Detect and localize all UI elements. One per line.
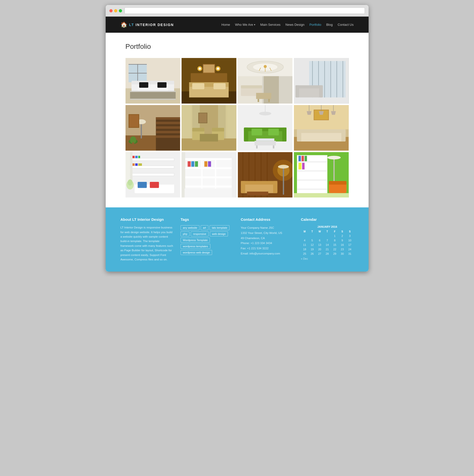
calendar-day[interactable]: 8 — [331, 238, 338, 243]
svg-rect-90 — [268, 129, 279, 135]
svg-rect-169 — [298, 156, 301, 161]
calendar-day[interactable]: 2 — [339, 234, 346, 238]
calendar-day[interactable]: 25 — [301, 252, 308, 256]
calendar-day[interactable]: 27 — [316, 252, 323, 256]
portfolio-item-8[interactable] — [294, 105, 349, 151]
tag-art[interactable]: art — [201, 225, 208, 230]
footer-contact-title: Contact Address — [241, 217, 294, 222]
cal-header-s1: S — [339, 229, 346, 234]
portfolio-item-6[interactable] — [182, 105, 236, 151]
calendar-day[interactable]: 14 — [323, 243, 331, 247]
calendar-prev-month[interactable]: « Dec — [301, 257, 308, 260]
tag-php[interactable]: php — [181, 231, 190, 236]
calendar-day[interactable]: 13 — [316, 243, 323, 247]
close-button[interactable] — [109, 9, 113, 12]
svg-rect-50 — [343, 61, 343, 97]
nav-home[interactable]: Home — [221, 23, 230, 27]
tag-web-design[interactable]: web design — [210, 231, 228, 236]
svg-rect-77 — [192, 128, 204, 132]
svg-rect-167 — [297, 179, 327, 181]
room-image-1 — [126, 58, 180, 104]
footer-about-text: LT Interior Design is responsive busines… — [121, 225, 173, 262]
portfolio-item-3[interactable] — [238, 58, 293, 104]
svg-rect-160 — [273, 181, 277, 193]
calendar-day[interactable]: 3 — [346, 234, 353, 238]
address-bar[interactable] — [125, 7, 365, 14]
nav-blog[interactable]: Blog — [326, 23, 333, 27]
calendar-day[interactable]: 26 — [308, 252, 316, 256]
portfolio-item-9[interactable] — [126, 152, 180, 198]
svg-rect-49 — [337, 61, 337, 97]
svg-rect-42 — [268, 99, 270, 102]
calendar-day[interactable]: 10 — [346, 238, 353, 243]
calendar-day[interactable]: 22 — [331, 247, 338, 252]
tag-responsive[interactable]: responsive — [191, 231, 208, 236]
portfolio-item-2[interactable] — [182, 58, 236, 104]
calendar-day[interactable]: 4 — [301, 238, 308, 243]
calendar-day[interactable]: 29 — [331, 252, 338, 256]
tag-any-website[interactable]: any website — [181, 225, 199, 230]
nav-news-design[interactable]: News Design — [285, 23, 305, 27]
nav-contact-us[interactable]: Contact Us — [338, 23, 353, 27]
svg-rect-54 — [319, 85, 323, 97]
svg-rect-109 — [297, 129, 346, 133]
portfolio-item-5[interactable] — [126, 105, 180, 151]
site-wrapper: 🏠 LT INTERIOR DESIGN Home Who We Are ▾ M… — [106, 17, 369, 272]
calendar-day[interactable]: 31 — [346, 252, 353, 256]
nav-who-we-are[interactable]: Who We Are ▾ — [235, 23, 255, 27]
calendar-day[interactable]: 16 — [339, 243, 346, 247]
site-logo[interactable]: 🏠 LT INTERIOR DESIGN — [121, 22, 174, 28]
calendar-day[interactable]: 19 — [308, 247, 316, 252]
footer-fax: Fax: +1 221 534 3222 — [241, 246, 294, 251]
portfolio-item-12[interactable] — [294, 152, 349, 198]
cal-header-w: W — [316, 229, 323, 234]
svg-rect-86 — [244, 127, 286, 131]
calendar-day[interactable]: 24 — [346, 247, 353, 252]
svg-rect-118 — [135, 156, 138, 158]
calendar-day[interactable]: 9 — [339, 238, 346, 243]
svg-rect-122 — [138, 163, 142, 166]
portfolio-item-1[interactable] — [126, 58, 180, 104]
tag-wordpress-template[interactable]: Wordpress Template — [181, 238, 210, 243]
calendar-day[interactable]: 15 — [331, 243, 338, 247]
portfolio-item-10[interactable] — [182, 152, 236, 198]
calendar-day[interactable]: 7 — [323, 238, 331, 243]
svg-rect-134 — [185, 167, 232, 169]
tag-wordpress-web-design[interactable]: wordpress web design — [181, 250, 212, 255]
calendar-month-year: JANUARY 2016 — [301, 225, 354, 228]
calendar-day[interactable]: 17 — [346, 243, 353, 247]
calendar-day[interactable]: 11 — [301, 243, 308, 247]
calendar-day[interactable]: 21 — [323, 247, 331, 252]
portfolio-item-11[interactable] — [238, 152, 293, 198]
calendar-day[interactable]: 20 — [316, 247, 323, 252]
svg-rect-94 — [256, 139, 274, 141]
portfolio-item-7[interactable] — [238, 105, 293, 151]
calendar-day[interactable]: 23 — [339, 247, 346, 252]
room-image-12 — [294, 152, 349, 198]
calendar-day[interactable]: 1 — [331, 234, 338, 238]
nav-portfolio[interactable]: Portfolio — [309, 23, 321, 27]
calendar-day[interactable]: 28 — [323, 252, 331, 256]
maximize-button[interactable] — [119, 9, 122, 12]
svg-rect-91 — [254, 141, 276, 145]
svg-rect-5 — [137, 64, 138, 83]
page-title: Portfolio — [126, 43, 349, 51]
svg-rect-159 — [241, 181, 245, 193]
footer-email: Email: info@yourcompany.com — [241, 251, 294, 256]
nav-main-services[interactable]: Main Services — [260, 23, 281, 27]
calendar-day[interactable]: 18 — [301, 247, 308, 252]
svg-rect-61 — [156, 131, 180, 133]
calendar-day[interactable]: 5 — [308, 238, 316, 243]
room-image-7 — [238, 105, 293, 151]
svg-rect-39 — [241, 85, 262, 88]
cal-header-t1: T — [308, 229, 316, 234]
calendar-day[interactable]: 12 — [308, 243, 316, 247]
minimize-button[interactable] — [114, 9, 117, 12]
tag-wordpress-templates[interactable]: wordpress templates — [181, 244, 210, 249]
portfolio-item-4[interactable] — [294, 58, 349, 104]
calendar-day[interactable]: 6 — [316, 238, 323, 243]
tag-lats-template[interactable]: lats template — [210, 225, 229, 230]
calendar-day[interactable]: 30 — [339, 252, 346, 256]
svg-rect-47 — [324, 61, 325, 97]
svg-rect-69 — [132, 142, 134, 145]
